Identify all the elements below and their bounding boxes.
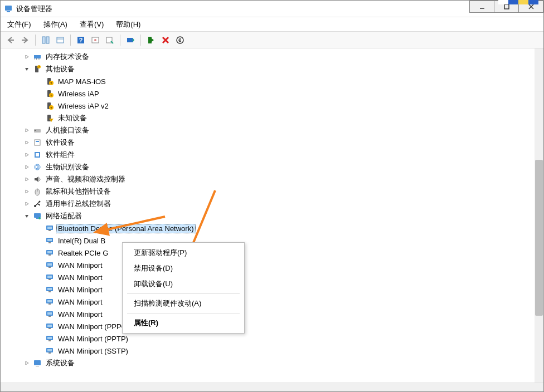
scrollbar-thumb[interactable]: [535, 160, 543, 316]
tree-row[interactable]: 鼠标和其他指针设备: [1, 185, 543, 198]
svg-rect-21: [35, 58, 35, 60]
tree-item-label[interactable]: Wireless iAP: [56, 89, 101, 99]
tree-item-label[interactable]: 软件组件: [44, 149, 76, 160]
svg-rect-60: [48, 230, 51, 231]
tree-row[interactable]: WAN Miniport: [1, 271, 543, 283]
tree-item-label[interactable]: WAN Miniport: [56, 273, 104, 282]
menu-file[interactable]: 文件(F): [5, 18, 33, 31]
svg-rect-15: [127, 38, 133, 42]
tree-item-label[interactable]: WAN Miniport: [56, 261, 104, 270]
tree-row[interactable]: WAN Miniport: [1, 283, 543, 296]
tree-item-label[interactable]: 其他设备: [44, 63, 76, 75]
tree-item-label[interactable]: 网络适配器: [44, 210, 84, 222]
tree-row[interactable]: 内存技术设备: [1, 51, 543, 63]
context-menu-item[interactable]: 扫描检测硬件改动(A): [124, 296, 243, 311]
tree-item-label[interactable]: 软件设备: [44, 137, 76, 148]
context-menu-item[interactable]: 属性(R): [124, 315, 243, 331]
expand-icon[interactable]: [23, 359, 31, 367]
expand-icon[interactable]: [23, 53, 31, 61]
tree-item-label[interactable]: WAN Miniport (SSTP): [56, 346, 130, 356]
tree-row[interactable]: WAN Miniport: [1, 259, 543, 271]
tree-row[interactable]: Intel(R) Dual B: [1, 234, 543, 247]
menu-help[interactable]: 帮助(H): [114, 18, 143, 31]
menu-view[interactable]: 查看(V): [77, 18, 106, 31]
tree-item-label[interactable]: Wireless iAP v2: [56, 101, 110, 111]
properties-button[interactable]: [54, 33, 67, 47]
tree-row[interactable]: WAN Miniport (PPTP): [1, 332, 543, 345]
tree-row[interactable]: 系统设备: [1, 357, 543, 369]
no-expand: [35, 310, 43, 318]
update-driver-icon[interactable]: [124, 33, 137, 47]
tree-item-label[interactable]: 通用串行总线控制器: [44, 198, 113, 209]
tree-row[interactable]: Realtek PCIe G: [1, 247, 543, 259]
tree-row[interactable]: Bluetooth Device (Personal Area Network): [1, 222, 543, 234]
expand-icon[interactable]: [23, 175, 31, 183]
expand-icon[interactable]: [23, 139, 31, 146]
collapse-icon[interactable]: [23, 212, 31, 220]
context-menu-item[interactable]: 卸载设备(U): [124, 276, 243, 292]
nav-forward-button[interactable]: [18, 33, 32, 47]
expand-icon[interactable]: [23, 126, 31, 134]
tree-row[interactable]: 生物识别设备: [1, 161, 543, 173]
scan-hardware-button[interactable]: [103, 33, 116, 47]
tree-item-label[interactable]: MAP MAS-iOS: [56, 77, 108, 86]
tree-item-label[interactable]: 系统设备: [44, 357, 76, 369]
tree-row[interactable]: ?Wireless iAP v2: [1, 100, 543, 112]
tree-row[interactable]: 软件组件: [1, 149, 543, 161]
tree-item-label[interactable]: Intel(R) Dual B: [56, 236, 107, 246]
tree-item-label[interactable]: 未知设备: [56, 112, 89, 124]
tree-item-label[interactable]: 内存技术设备: [44, 51, 91, 62]
minimize-button[interactable]: [469, 1, 494, 13]
horizontal-scrollbar[interactable]: [1, 383, 543, 391]
tree-item-label[interactable]: WAN Miniport (PPTP): [56, 334, 130, 344]
enable-device-icon[interactable]: [144, 33, 158, 47]
menu-action[interactable]: 操作(A): [41, 18, 70, 31]
expand-icon[interactable]: [23, 163, 31, 171]
expand-icon[interactable]: [23, 188, 31, 195]
tree-row[interactable]: 声音、视频和游戏控制器: [1, 173, 543, 185]
tree-row[interactable]: WAN Miniport: [1, 296, 543, 308]
tree-item-label[interactable]: 声音、视频和游戏控制器: [44, 174, 127, 185]
tree-row[interactable]: 软件设备: [1, 136, 543, 149]
device-tree[interactable]: 内存技术设备?其他设备?MAP MAS-iOS?Wireless iAP?Wir…: [1, 48, 543, 383]
svg-rect-66: [48, 254, 51, 256]
expand-icon[interactable]: [23, 200, 31, 208]
svg-rect-0: [5, 6, 12, 11]
tree-item-label[interactable]: 鼠标和其他指针设备: [44, 186, 113, 197]
svg-rect-59: [47, 227, 52, 229]
tree-row[interactable]: ?MAP MAS-iOS: [1, 75, 543, 87]
tree-item-label[interactable]: 人机接口设备: [44, 125, 91, 136]
tree-row[interactable]: WAN Miniport: [1, 308, 543, 320]
tree-row[interactable]: ?其他设备: [1, 63, 543, 75]
memory-icon: [33, 52, 42, 61]
expand-icon[interactable]: [23, 151, 31, 159]
biometric-icon: [33, 163, 42, 171]
help-button[interactable]: ?: [74, 33, 88, 47]
svg-rect-16: [148, 37, 152, 43]
tree-row[interactable]: !未知设备: [1, 112, 543, 124]
action-button[interactable]: [89, 33, 102, 47]
vertical-scrollbar[interactable]: [535, 48, 543, 383]
tree-item-label[interactable]: 生物识别设备: [44, 161, 91, 173]
tree-row[interactable]: 人机接口设备: [1, 124, 543, 136]
collapse-icon[interactable]: [23, 65, 31, 73]
tree-item-label[interactable]: Bluetooth Device (Personal Area Network): [56, 224, 196, 233]
tree-item-label[interactable]: WAN Miniport: [56, 285, 104, 295]
show-hide-button[interactable]: [39, 33, 52, 47]
titlebar: 设备管理器: [1, 1, 543, 17]
context-menu-item[interactable]: 更新驱动程序(P): [124, 245, 243, 261]
svg-rect-87: [48, 340, 51, 341]
nav-back-button[interactable]: [4, 33, 17, 47]
tree-row[interactable]: WAN Miniport (PPPOE): [1, 320, 543, 332]
context-menu-item[interactable]: 禁用设备(D): [124, 261, 243, 276]
tree-item-label[interactable]: Realtek PCIe G: [56, 248, 110, 258]
svg-rect-89: [47, 349, 52, 351]
add-legacy-icon[interactable]: [173, 33, 187, 47]
tree-row[interactable]: ?Wireless iAP: [1, 87, 543, 100]
tree-row[interactable]: WAN Miniport (SSTP): [1, 345, 543, 357]
tree-row[interactable]: 网络适配器: [1, 210, 543, 222]
tree-row[interactable]: 通用串行总线控制器: [1, 198, 543, 210]
uninstall-device-icon[interactable]: [159, 33, 172, 47]
tree-item-label[interactable]: WAN Miniport: [56, 297, 104, 307]
tree-item-label[interactable]: WAN Miniport: [56, 310, 104, 319]
